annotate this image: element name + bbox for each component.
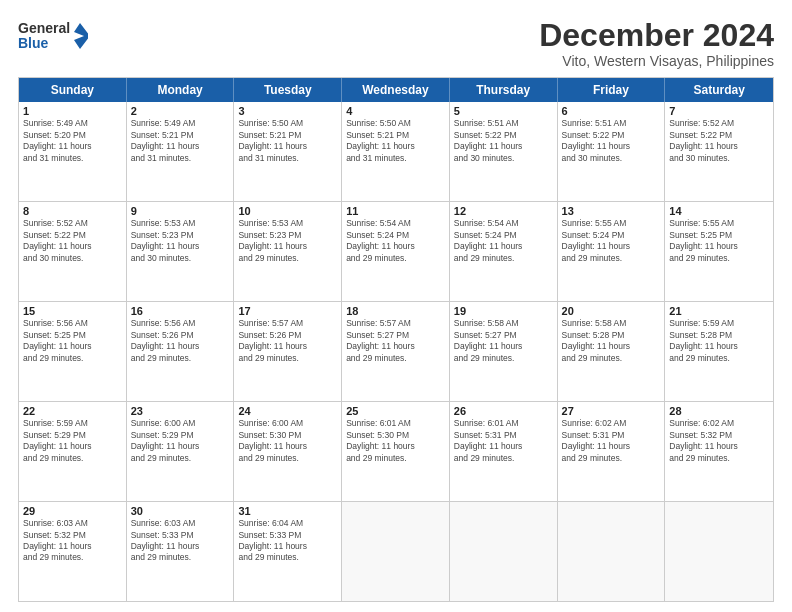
day-number: 2 — [131, 105, 230, 117]
svg-text:Blue: Blue — [18, 35, 49, 51]
table-row: 8Sunrise: 5:52 AM Sunset: 5:22 PM Daylig… — [19, 202, 127, 301]
table-row: 10Sunrise: 5:53 AM Sunset: 5:23 PM Dayli… — [234, 202, 342, 301]
day-number: 13 — [562, 205, 661, 217]
table-row: 28Sunrise: 6:02 AM Sunset: 5:32 PM Dayli… — [665, 402, 773, 501]
day-info: Sunrise: 5:52 AM Sunset: 5:22 PM Dayligh… — [23, 218, 122, 264]
table-row: 1Sunrise: 5:49 AM Sunset: 5:20 PM Daylig… — [19, 102, 127, 201]
header-day-0: Sunday — [19, 78, 127, 102]
table-row — [342, 502, 450, 601]
day-number: 19 — [454, 305, 553, 317]
table-row: 15Sunrise: 5:56 AM Sunset: 5:25 PM Dayli… — [19, 302, 127, 401]
day-info: Sunrise: 5:59 AM Sunset: 5:28 PM Dayligh… — [669, 318, 769, 364]
day-info: Sunrise: 6:02 AM Sunset: 5:32 PM Dayligh… — [669, 418, 769, 464]
day-number: 18 — [346, 305, 445, 317]
table-row: 13Sunrise: 5:55 AM Sunset: 5:24 PM Dayli… — [558, 202, 666, 301]
cal-row-4: 29Sunrise: 6:03 AM Sunset: 5:32 PM Dayli… — [19, 501, 773, 601]
day-info: Sunrise: 5:58 AM Sunset: 5:27 PM Dayligh… — [454, 318, 553, 364]
table-row: 5Sunrise: 5:51 AM Sunset: 5:22 PM Daylig… — [450, 102, 558, 201]
day-info: Sunrise: 5:58 AM Sunset: 5:28 PM Dayligh… — [562, 318, 661, 364]
day-number: 6 — [562, 105, 661, 117]
table-row: 24Sunrise: 6:00 AM Sunset: 5:30 PM Dayli… — [234, 402, 342, 501]
table-row: 17Sunrise: 5:57 AM Sunset: 5:26 PM Dayli… — [234, 302, 342, 401]
day-number: 7 — [669, 105, 769, 117]
table-row: 20Sunrise: 5:58 AM Sunset: 5:28 PM Dayli… — [558, 302, 666, 401]
day-number: 5 — [454, 105, 553, 117]
day-number: 16 — [131, 305, 230, 317]
table-row: 29Sunrise: 6:03 AM Sunset: 5:32 PM Dayli… — [19, 502, 127, 601]
day-info: Sunrise: 6:00 AM Sunset: 5:29 PM Dayligh… — [131, 418, 230, 464]
day-number: 20 — [562, 305, 661, 317]
table-row: 12Sunrise: 5:54 AM Sunset: 5:24 PM Dayli… — [450, 202, 558, 301]
day-number: 4 — [346, 105, 445, 117]
table-row: 7Sunrise: 5:52 AM Sunset: 5:22 PM Daylig… — [665, 102, 773, 201]
day-info: Sunrise: 5:51 AM Sunset: 5:22 PM Dayligh… — [454, 118, 553, 164]
day-number: 30 — [131, 505, 230, 517]
header-day-5: Friday — [558, 78, 666, 102]
page: General Blue December 2024 Vito, Western… — [0, 0, 792, 612]
table-row: 25Sunrise: 6:01 AM Sunset: 5:30 PM Dayli… — [342, 402, 450, 501]
day-info: Sunrise: 5:50 AM Sunset: 5:21 PM Dayligh… — [238, 118, 337, 164]
day-info: Sunrise: 6:03 AM Sunset: 5:33 PM Dayligh… — [131, 518, 230, 564]
header-day-4: Thursday — [450, 78, 558, 102]
day-number: 22 — [23, 405, 122, 417]
table-row: 22Sunrise: 5:59 AM Sunset: 5:29 PM Dayli… — [19, 402, 127, 501]
day-number: 26 — [454, 405, 553, 417]
day-info: Sunrise: 5:59 AM Sunset: 5:29 PM Dayligh… — [23, 418, 122, 464]
cal-row-2: 15Sunrise: 5:56 AM Sunset: 5:25 PM Dayli… — [19, 301, 773, 401]
table-row: 6Sunrise: 5:51 AM Sunset: 5:22 PM Daylig… — [558, 102, 666, 201]
day-info: Sunrise: 5:55 AM Sunset: 5:25 PM Dayligh… — [669, 218, 769, 264]
day-info: Sunrise: 5:56 AM Sunset: 5:26 PM Dayligh… — [131, 318, 230, 364]
day-number: 8 — [23, 205, 122, 217]
day-info: Sunrise: 5:52 AM Sunset: 5:22 PM Dayligh… — [669, 118, 769, 164]
day-number: 29 — [23, 505, 122, 517]
day-info: Sunrise: 5:53 AM Sunset: 5:23 PM Dayligh… — [131, 218, 230, 264]
day-number: 25 — [346, 405, 445, 417]
day-number: 27 — [562, 405, 661, 417]
day-number: 17 — [238, 305, 337, 317]
table-row: 9Sunrise: 5:53 AM Sunset: 5:23 PM Daylig… — [127, 202, 235, 301]
day-info: Sunrise: 6:01 AM Sunset: 5:31 PM Dayligh… — [454, 418, 553, 464]
day-info: Sunrise: 5:56 AM Sunset: 5:25 PM Dayligh… — [23, 318, 122, 364]
day-number: 15 — [23, 305, 122, 317]
table-row: 19Sunrise: 5:58 AM Sunset: 5:27 PM Dayli… — [450, 302, 558, 401]
table-row: 31Sunrise: 6:04 AM Sunset: 5:33 PM Dayli… — [234, 502, 342, 601]
day-number: 28 — [669, 405, 769, 417]
table-row: 27Sunrise: 6:02 AM Sunset: 5:31 PM Dayli… — [558, 402, 666, 501]
table-row: 30Sunrise: 6:03 AM Sunset: 5:33 PM Dayli… — [127, 502, 235, 601]
day-number: 23 — [131, 405, 230, 417]
day-info: Sunrise: 5:49 AM Sunset: 5:21 PM Dayligh… — [131, 118, 230, 164]
subtitle: Vito, Western Visayas, Philippines — [539, 53, 774, 69]
day-number: 14 — [669, 205, 769, 217]
day-number: 21 — [669, 305, 769, 317]
table-row: 2Sunrise: 5:49 AM Sunset: 5:21 PM Daylig… — [127, 102, 235, 201]
day-number: 24 — [238, 405, 337, 417]
day-number: 10 — [238, 205, 337, 217]
calendar: SundayMondayTuesdayWednesdayThursdayFrid… — [18, 77, 774, 602]
day-info: Sunrise: 5:51 AM Sunset: 5:22 PM Dayligh… — [562, 118, 661, 164]
table-row: 26Sunrise: 6:01 AM Sunset: 5:31 PM Dayli… — [450, 402, 558, 501]
calendar-body: 1Sunrise: 5:49 AM Sunset: 5:20 PM Daylig… — [19, 102, 773, 601]
table-row — [558, 502, 666, 601]
table-row: 18Sunrise: 5:57 AM Sunset: 5:27 PM Dayli… — [342, 302, 450, 401]
table-row — [450, 502, 558, 601]
day-info: Sunrise: 6:04 AM Sunset: 5:33 PM Dayligh… — [238, 518, 337, 564]
day-info: Sunrise: 5:57 AM Sunset: 5:26 PM Dayligh… — [238, 318, 337, 364]
day-info: Sunrise: 5:55 AM Sunset: 5:24 PM Dayligh… — [562, 218, 661, 264]
table-row: 21Sunrise: 5:59 AM Sunset: 5:28 PM Dayli… — [665, 302, 773, 401]
table-row: 23Sunrise: 6:00 AM Sunset: 5:29 PM Dayli… — [127, 402, 235, 501]
day-info: Sunrise: 6:03 AM Sunset: 5:32 PM Dayligh… — [23, 518, 122, 564]
main-title: December 2024 — [539, 18, 774, 53]
day-info: Sunrise: 5:50 AM Sunset: 5:21 PM Dayligh… — [346, 118, 445, 164]
cal-row-3: 22Sunrise: 5:59 AM Sunset: 5:29 PM Dayli… — [19, 401, 773, 501]
day-info: Sunrise: 6:02 AM Sunset: 5:31 PM Dayligh… — [562, 418, 661, 464]
day-info: Sunrise: 5:57 AM Sunset: 5:27 PM Dayligh… — [346, 318, 445, 364]
day-info: Sunrise: 6:00 AM Sunset: 5:30 PM Dayligh… — [238, 418, 337, 464]
header-day-2: Tuesday — [234, 78, 342, 102]
table-row: 4Sunrise: 5:50 AM Sunset: 5:21 PM Daylig… — [342, 102, 450, 201]
table-row: 16Sunrise: 5:56 AM Sunset: 5:26 PM Dayli… — [127, 302, 235, 401]
header: General Blue December 2024 Vito, Western… — [18, 18, 774, 69]
generalblue-logo-icon: General Blue — [18, 18, 88, 58]
header-day-3: Wednesday — [342, 78, 450, 102]
table-row: 14Sunrise: 5:55 AM Sunset: 5:25 PM Dayli… — [665, 202, 773, 301]
day-number: 12 — [454, 205, 553, 217]
